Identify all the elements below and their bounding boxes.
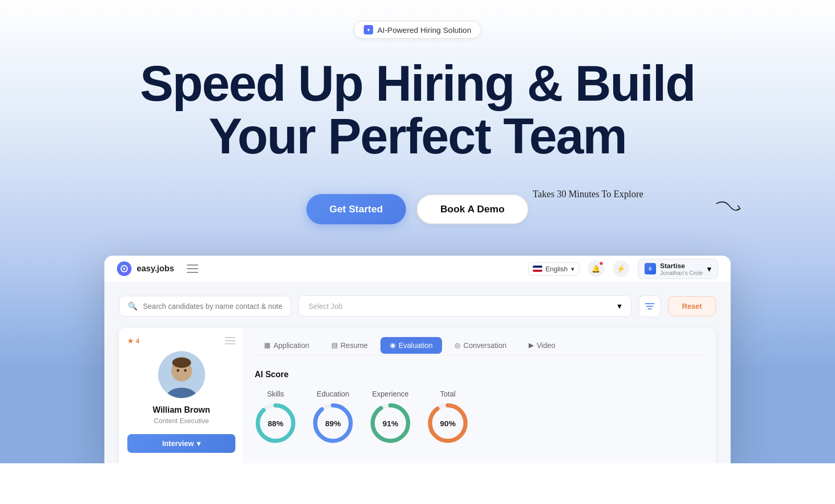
logo-svg [120,265,128,273]
hero-section: ✦ AI-Powered Hiring Solution Speed Up Hi… [0,0,835,463]
tab-evaluation[interactable]: ◉ Evaluation [380,337,442,354]
tab-resume[interactable]: ▤ Resume [322,337,377,354]
flag-icon [533,266,542,272]
detail-panel: ▦ Application ▤ Resume ◉ Evaluation [244,328,716,463]
job-select[interactable]: Select Job ▾ [299,295,631,317]
interview-button[interactable]: Interview ▾ [127,434,235,453]
tabs-row: ▦ Application ▤ Resume ◉ Evaluation [255,337,706,355]
get-started-button[interactable]: Get Started [306,194,405,224]
score-cards: Skills 88% Education 89% Experience 91% [255,390,706,444]
reset-button[interactable]: Reset [668,296,716,316]
filter-bar: 🔍 Select Job ▾ Reset [119,295,716,317]
topbar-right: English ▾ 🔔 ⚡ S Startise Jonathan's Crol… [528,259,718,279]
tab-application-label: Application [273,341,309,350]
notifications-button[interactable]: 🔔 [588,260,604,277]
donut-value: 90% [440,418,456,427]
application-icon: ▦ [264,341,270,349]
donut-wrap: 90% [427,402,469,444]
score-label: Skills [267,390,284,398]
search-icon: 🔍 [128,302,138,311]
tab-conversation-label: Conversation [463,341,507,350]
ai-badge-text: AI-Powered Hiring Solution [377,26,471,34]
app-content: 🔍 Select Job ▾ Reset [104,283,731,463]
donut-wrap: 88% [255,402,296,444]
cta-row: Get Started Book A Demo Takes 30 Minutes… [306,194,529,224]
tab-video-label: Video [537,341,556,350]
arrow-decoration [714,198,745,219]
svg-point-8 [172,357,191,368]
video-icon: ▶ [529,341,534,349]
tab-conversation[interactable]: ◎ Conversation [445,337,516,354]
hero-title-line2: Your Perfect Team [209,108,626,164]
evaluation-icon: ◉ [390,341,396,349]
score-label: Education [317,390,349,398]
company-logo: S [645,263,656,274]
donut-value: 89% [325,418,341,427]
filter-button[interactable] [639,295,661,317]
star-icon: ★ [127,337,134,345]
score-card-total: Total 90% [427,390,469,444]
interview-label: Interview [162,439,194,448]
job-select-chevron: ▾ [617,301,622,311]
score-card-education: Education 89% [312,390,354,444]
language-selector[interactable]: English ▾ [528,262,579,275]
tab-evaluation-label: Evaluation [399,341,433,350]
company-selector[interactable]: S Startise Jonathan's Crole ▾ [638,259,718,279]
ai-badge: ✦ AI-Powered Hiring Solution [354,21,481,39]
candidate-header: ★ 4 [127,337,235,345]
company-chevron: ▾ [707,264,711,274]
main-area: ★ 4 [119,328,716,463]
svg-point-10 [184,369,186,371]
ai-score-section: AI Score Skills 88% Education 89% Experi… [255,365,706,449]
hero-title-line1: Speed Up Hiring & Build [140,55,695,111]
score-label: Total [440,390,456,398]
donut-value: 88% [268,418,283,427]
star-count: 4 [136,337,139,345]
filter-icon [645,303,654,310]
app-window-wrap: easy.jobs English ▾ 🔔 [104,256,731,463]
avatar-svg [158,351,205,398]
app-window: easy.jobs English ▾ 🔔 [104,256,731,463]
notification-dot [599,261,603,266]
logo-text: easy.jobs [137,264,174,273]
company-sub: Jonathan's Crole [660,270,703,276]
book-demo-button[interactable]: Book A Demo [416,194,529,224]
svg-point-1 [123,268,125,270]
tab-application[interactable]: ▦ Application [255,337,319,354]
app-logo: easy.jobs [117,261,198,276]
score-card-experience: Experience 91% [369,390,411,444]
action-icons [225,337,235,344]
tab-video[interactable]: ▶ Video [519,337,565,354]
hero-title: Speed Up Hiring & Build Your Perfect Tea… [140,57,695,163]
lang-chevron: ▾ [571,265,575,273]
svg-point-9 [176,369,179,371]
language-text: English [545,265,568,273]
app-topbar: easy.jobs English ▾ 🔔 [104,256,731,283]
ai-badge-icon: ✦ [364,25,373,34]
search-wrap: 🔍 [119,296,291,317]
score-label: Experience [372,390,409,398]
conversation-icon: ◎ [455,341,460,349]
interview-chevron: ▾ [197,439,200,448]
candidate-sidebar: ★ 4 [119,328,244,463]
tab-resume-label: Resume [341,341,368,350]
ai-score-title: AI Score [255,370,706,379]
hamburger-menu[interactable] [187,265,198,273]
search-input[interactable] [143,302,282,310]
company-info: Startise Jonathan's Crole [660,262,703,276]
donut-wrap: 89% [312,402,354,444]
donut-value: 91% [383,418,398,427]
demo-note: Takes 30 Minutes To Explore [533,189,643,200]
avatar [158,351,205,398]
job-select-text: Select Job [308,302,612,310]
company-name: Startise [660,262,703,270]
settings-button[interactable]: ⚡ [613,260,629,277]
resume-icon: ▤ [331,341,338,349]
candidate-job-title: Content Executive [154,417,209,425]
logo-icon [117,261,132,276]
score-card-skills: Skills 88% [255,390,296,444]
donut-wrap: 91% [369,402,411,444]
candidate-name: William Brown [152,405,210,415]
star-badge: ★ 4 [127,337,139,345]
